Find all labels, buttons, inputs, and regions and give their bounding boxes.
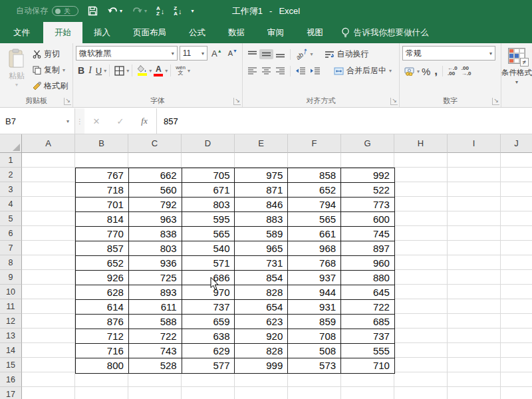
increase-font-button[interactable]: A▲ xyxy=(209,47,224,60)
cell-C17[interactable] xyxy=(128,387,182,399)
cell-I6[interactable] xyxy=(448,226,501,241)
cell-G2[interactable]: 992 xyxy=(341,168,394,183)
decrease-decimal-button[interactable]: .00 →.0 xyxy=(460,65,473,77)
cell-J7[interactable] xyxy=(501,241,532,255)
cell-A2[interactable] xyxy=(22,168,75,182)
cell-F8[interactable]: 768 xyxy=(288,256,341,271)
cell-H8[interactable] xyxy=(394,255,448,270)
cell-D7[interactable]: 540 xyxy=(182,241,235,256)
cell-D6[interactable]: 565 xyxy=(182,227,235,241)
copy-dropdown-icon[interactable]: ▾ xyxy=(63,67,65,73)
cell-F7[interactable]: 968 xyxy=(288,241,341,256)
accounting-format-button[interactable] xyxy=(402,66,417,77)
row-header-4[interactable]: 4 xyxy=(0,197,22,211)
cell-E12[interactable]: 623 xyxy=(235,315,288,329)
cell-A5[interactable] xyxy=(22,211,75,226)
underline-button[interactable]: U xyxy=(94,65,104,77)
cell-J5[interactable] xyxy=(501,211,532,226)
cell-H4[interactable] xyxy=(394,197,448,211)
cell-A4[interactable] xyxy=(22,197,75,211)
font-size-combo[interactable]: 11 ▾ xyxy=(180,46,207,61)
cell-J3[interactable] xyxy=(501,182,532,197)
cell-A16[interactable] xyxy=(22,372,75,387)
number-format-combo[interactable]: 常规 ▾ xyxy=(402,46,495,61)
autosave-toggle[interactable]: 关 xyxy=(52,6,78,16)
cell-C15[interactable]: 528 xyxy=(129,358,182,373)
cell-E9[interactable]: 854 xyxy=(235,271,288,285)
cell-E14[interactable]: 828 xyxy=(235,344,288,358)
tab-data[interactable]: 数据 xyxy=(217,22,256,43)
cell-E16[interactable] xyxy=(235,372,288,387)
font-color-button[interactable]: A xyxy=(152,64,165,78)
cell-B15[interactable]: 800 xyxy=(76,358,129,373)
cell-B16[interactable] xyxy=(75,372,128,387)
cell-A3[interactable] xyxy=(22,182,75,197)
copy-button[interactable]: 复制 ▾ xyxy=(31,63,70,77)
cell-A15[interactable] xyxy=(22,358,75,372)
cell-G3[interactable]: 522 xyxy=(341,183,394,198)
cell-D4[interactable]: 803 xyxy=(182,198,235,212)
cell-D2[interactable]: 705 xyxy=(182,168,235,183)
row-header-14[interactable]: 14 xyxy=(0,343,22,358)
cell-B10[interactable]: 628 xyxy=(76,285,129,300)
cell-F5[interactable]: 565 xyxy=(288,212,341,227)
paste-dropdown-icon[interactable]: ▾ xyxy=(15,82,18,88)
enter-button[interactable]: ✓ xyxy=(108,116,132,126)
cell-C2[interactable]: 662 xyxy=(129,168,182,183)
cell-J12[interactable] xyxy=(501,314,532,329)
row-header-8[interactable]: 8 xyxy=(0,255,22,270)
row-header-6[interactable]: 6 xyxy=(0,226,22,241)
cell-J4[interactable] xyxy=(501,197,532,211)
cell-I17[interactable] xyxy=(448,387,501,399)
align-top-button[interactable] xyxy=(245,49,259,59)
cell-E6[interactable]: 589 xyxy=(235,227,288,241)
cell-C8[interactable]: 936 xyxy=(129,256,182,271)
cell-F16[interactable] xyxy=(288,372,341,387)
cell-G9[interactable]: 880 xyxy=(341,271,394,285)
align-left-button[interactable] xyxy=(245,66,259,76)
paste-button[interactable]: 粘贴 ▾ xyxy=(3,46,31,94)
orientation-button[interactable]: ab↗ xyxy=(293,49,311,59)
cell-E3[interactable]: 871 xyxy=(235,183,288,198)
select-all-corner[interactable] xyxy=(0,134,22,153)
sort-ascending-button[interactable]: AZ ↓ xyxy=(156,6,164,17)
cell-J1[interactable] xyxy=(501,153,532,168)
cell-H5[interactable] xyxy=(394,211,448,226)
increase-decimal-button[interactable]: ←.0 .00 xyxy=(446,65,460,77)
cell-I2[interactable] xyxy=(448,168,501,182)
column-header-A[interactable]: A xyxy=(22,134,75,153)
cell-A17[interactable] xyxy=(22,387,75,399)
cell-I12[interactable] xyxy=(448,314,501,329)
cell-C16[interactable] xyxy=(128,372,182,387)
cell-D14[interactable]: 629 xyxy=(182,344,235,358)
cell-H13[interactable] xyxy=(394,329,448,343)
cell-G5[interactable]: 600 xyxy=(341,212,394,227)
cell-G13[interactable]: 737 xyxy=(341,329,394,344)
cell-H12[interactable] xyxy=(394,314,448,329)
cell-J9[interactable] xyxy=(501,270,532,285)
cell-E7[interactable]: 965 xyxy=(235,241,288,256)
row-header-3[interactable]: 3 xyxy=(0,182,22,197)
font-name-combo[interactable]: 微软雅黑 ▾ xyxy=(76,46,178,61)
cell-E4[interactable]: 846 xyxy=(235,198,288,212)
undo-button[interactable]: ▾ xyxy=(107,7,122,16)
name-box-dropdown-icon[interactable]: ▾ xyxy=(66,118,69,124)
cell-F12[interactable]: 859 xyxy=(288,315,341,329)
cell-E2[interactable]: 975 xyxy=(235,168,288,183)
cell-H14[interactable] xyxy=(394,343,448,358)
sort-descending-button[interactable]: ZA ↓ xyxy=(174,6,182,17)
formula-bar-input[interactable]: 857 xyxy=(157,108,532,134)
cell-A11[interactable] xyxy=(22,299,75,314)
cell-D5[interactable]: 595 xyxy=(182,212,235,227)
cell-H16[interactable] xyxy=(394,372,448,387)
cell-G7[interactable]: 897 xyxy=(341,241,394,256)
cell-B9[interactable]: 926 xyxy=(76,271,129,285)
cell-B2[interactable]: 767 xyxy=(76,168,129,183)
cell-G8[interactable]: 960 xyxy=(341,256,394,271)
percent-style-button[interactable]: % xyxy=(420,65,432,78)
cell-B5[interactable]: 814 xyxy=(76,212,129,227)
cell-B8[interactable]: 652 xyxy=(76,256,129,271)
tab-page-layout[interactable]: 页面布局 xyxy=(122,22,178,43)
cell-H7[interactable] xyxy=(394,241,448,255)
cell-F4[interactable]: 794 xyxy=(288,198,341,212)
